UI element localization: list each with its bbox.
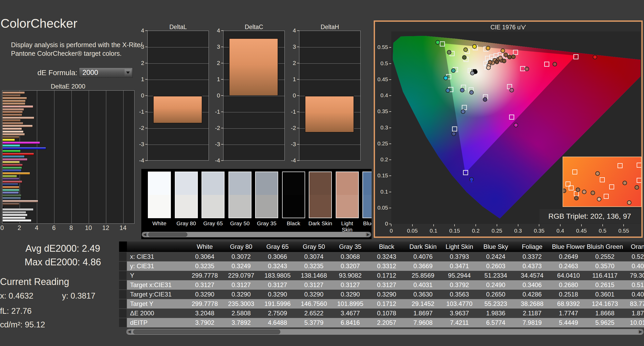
cie-zoom-inset (563, 157, 642, 207)
y-tick (297, 47, 299, 47)
cie-y-tick (389, 144, 391, 144)
table-cell: 6.8416 (332, 318, 368, 327)
x-tick-label: 12 (102, 224, 109, 232)
table-cell: 0.5146 (623, 280, 644, 290)
y-tick (221, 63, 223, 63)
cie-y-tick (389, 79, 391, 80)
cie-x-tick-label: 0.25 (491, 228, 502, 234)
cie-x-tick-label: 0.45 (576, 228, 587, 234)
measured-point-marker (502, 59, 506, 63)
swatch-label: Gray 65 (201, 220, 225, 227)
table-cell: 38.2688 (514, 299, 550, 309)
table-cell: 103.4770 (441, 299, 478, 309)
measured-point-marker (464, 48, 468, 52)
table-row: Target x:CIE310.31270.31270.31270.31270.… (119, 280, 644, 290)
swatch-gray-80 (175, 172, 198, 218)
y-tick (297, 160, 299, 161)
inset-measured-point (595, 171, 600, 176)
swatch-scrollbar-thumb[interactable] (148, 232, 187, 237)
deltae-chart (2, 90, 135, 224)
deltae-bar (2, 219, 31, 222)
gridline (299, 47, 360, 47)
table-cell: 79.3051 (623, 271, 644, 280)
table-cell: 5.9625 (587, 318, 623, 327)
row-stub (119, 299, 127, 309)
y-tick-label: -4 (210, 157, 220, 164)
gridline (223, 128, 284, 129)
scroll-right-icon[interactable]: ▶ (366, 232, 371, 237)
deltae-bar (2, 175, 17, 178)
y-tick (297, 144, 299, 145)
inset-measured-point (563, 189, 566, 193)
scroll-left-icon[interactable]: ◀ (142, 232, 147, 237)
y-tick-label: -2 (210, 125, 220, 131)
table-scroll-right-icon[interactable]: ▶ (638, 329, 643, 334)
row-stub (119, 318, 127, 327)
column-header: Gray 35 (332, 241, 368, 252)
table-cell: 4.6488 (259, 318, 296, 327)
page-title: ColorChecker (1, 16, 77, 31)
deltae-bar (2, 197, 21, 200)
table-cell: 0.3249 (223, 261, 259, 271)
inset-measured-point (635, 185, 639, 190)
deltae-bar (2, 117, 34, 119)
deltae-bar (2, 105, 33, 108)
deltae-bar (2, 153, 34, 155)
table-scrollbar[interactable]: ◀ ▶ (126, 329, 643, 335)
table-cell: 0.2603 (478, 261, 514, 271)
deltae-bar (2, 189, 19, 191)
table-cell: 0.1078 (368, 309, 405, 318)
chevron-down-icon[interactable] (125, 69, 131, 76)
cie-x-tick-label: 0 (390, 228, 393, 234)
swatch-scrollbar[interactable]: ◀ ▶ (142, 232, 371, 237)
table-cell: 0.3068 (332, 252, 368, 261)
y-tick-label: -2 (285, 125, 296, 131)
inset-measured-point (597, 197, 601, 201)
table-row: Target Y299.7778235.3003191.5996146.7560… (119, 299, 644, 309)
cie-y-tick-label: 0.2 (374, 156, 388, 163)
row-label: ΔE 2000 (127, 309, 187, 318)
delta-bar (153, 96, 202, 123)
table-scrollbar-thumb[interactable] (133, 329, 280, 334)
gridline (89, 91, 89, 223)
table-cell: 0.2680 (550, 280, 587, 290)
table-cell: 6.5774 (478, 318, 514, 327)
de-formula-select[interactable]: 2000 (79, 68, 133, 78)
measured-point-marker (460, 88, 464, 92)
table-cell: 25.8569 (405, 271, 441, 280)
delta-chart (147, 31, 209, 161)
cie-x-tick (602, 224, 603, 226)
colorchecker-app: ColorChecker Display analysis is perform… (0, 0, 644, 346)
y-tick (221, 47, 223, 47)
table-cell: 101.8995 (332, 299, 368, 309)
measured-point-marker (461, 110, 465, 114)
y-tick-label: -1 (134, 108, 144, 115)
cie-y-tick-label: 0.15 (374, 172, 388, 179)
cie-y-tick-label: 0.4 (374, 92, 388, 98)
swatch-black (282, 172, 305, 218)
table-cell: 0.1712 (368, 299, 405, 309)
deltae-bar (2, 211, 26, 214)
swatch-gray-35 (255, 172, 278, 218)
cie-x-tick-label: 0.4 (556, 228, 564, 234)
table-cell: 0.4042 (623, 261, 644, 271)
measured-point-marker (471, 71, 474, 75)
deltae-bar (2, 133, 25, 136)
y-tick (221, 144, 223, 145)
deltae-bar (2, 164, 23, 166)
avg-de2000: Avg dE2000: 2.49 (0, 243, 126, 254)
cie-x-tick-label: 0.5 (599, 228, 606, 234)
deltae-bar (2, 205, 4, 208)
row-label: y: CIE31 (127, 261, 187, 271)
cie-x-tick-label: 0.55 (618, 228, 629, 234)
swatch-target (283, 195, 305, 218)
table-cell: 3.2048 (187, 309, 223, 318)
row-stub (119, 271, 127, 280)
rgb-triplet-label: RGB Triplet: 202, 136, 97 (539, 209, 640, 224)
table-scroll-left-icon[interactable]: ◀ (127, 329, 132, 334)
cie-y-tick-label: 0.3 (374, 124, 388, 131)
table-cell: 299.7778 (187, 299, 223, 309)
gridline (148, 80, 209, 80)
swatch-label: Black (282, 220, 306, 227)
swatch-label: Gray 50 (228, 220, 252, 227)
